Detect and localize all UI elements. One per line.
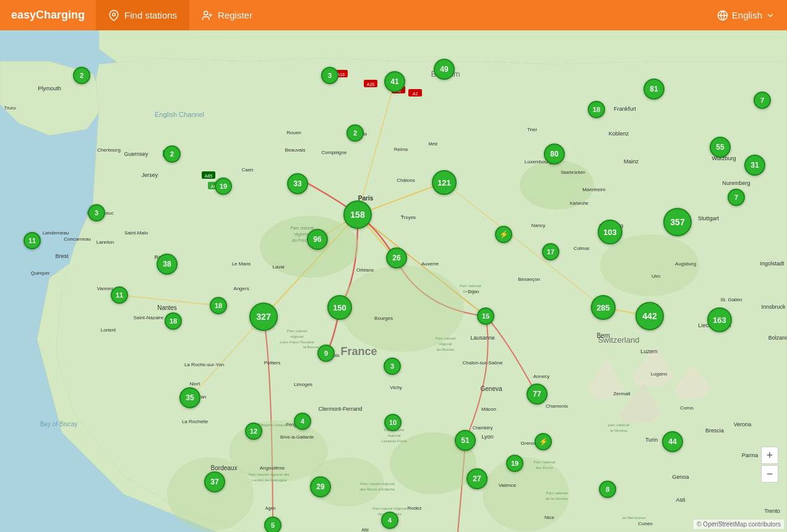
cluster-marker[interactable]: 285 [591,295,616,320]
svg-text:de forêts: de forêts [463,290,477,293]
cluster-marker[interactable]: 5 [264,517,282,532]
cluster-marker[interactable]: 96 [307,229,328,250]
cluster-marker[interactable]: 11 [111,286,128,304]
cluster-marker[interactable]: 8 [599,481,616,498]
svg-text:Mâcon: Mâcon [481,406,496,412]
cluster-marker[interactable]: 18 [165,312,182,330]
svg-text:Besançon: Besançon [518,277,540,282]
cluster-marker[interactable]: 2 [73,67,90,84]
svg-text:Turin: Turin [645,437,658,443]
cluster-marker[interactable]: 27 [467,468,488,489]
svg-text:Como: Como [680,405,694,411]
cluster-marker[interactable]: 3 [88,204,105,221]
cluster-marker[interactable]: 49 [434,59,455,80]
svg-text:Beauvais: Beauvais [285,147,306,153]
zoom-out-button[interactable]: − [761,465,778,483]
register-button[interactable]: Register [189,0,265,30]
cluster-marker[interactable]: 44 [662,431,683,452]
svg-text:Ulm: Ulm [652,273,661,279]
svg-text:Parc naturel régional des: Parc naturel régional des [249,473,290,476]
cluster-marker[interactable]: 77 [527,384,548,405]
cluster-marker[interactable]: 55 [710,137,731,158]
globe-icon [717,10,728,21]
map[interactable]: France Belgium Switzerland English Chann… [0,30,787,532]
cluster-marker[interactable]: 11 [24,232,41,249]
cluster-marker[interactable]: 3 [321,67,338,84]
svg-text:Bern: Bern [596,332,609,339]
cluster-marker[interactable]: 15 [477,307,494,325]
svg-text:Saint-Malo: Saint-Malo [124,230,148,236]
svg-text:Compiègne: Compiègne [322,150,347,155]
svg-text:Cherbourg: Cherbourg [97,147,121,153]
cluster-marker[interactable]: 17 [542,243,559,260]
svg-text:Lugano: Lugano [651,371,668,377]
cluster-marker[interactable]: 4 [381,512,398,529]
svg-text:Brive-la-Gaillarde: Brive-la-Gaillarde [280,435,314,439]
cluster-marker[interactable]: 121 [432,170,457,195]
svg-text:Asti: Asti [676,497,685,503]
svg-text:Chamonix: Chamonix [546,403,568,409]
cluster-marker[interactable]: 327 [249,302,278,331]
cluster-marker[interactable]: 31 [744,155,765,176]
cluster-marker[interactable]: 163 [707,307,732,332]
cluster-marker[interactable]: 35 [179,387,200,408]
svg-text:Bay of Biscay: Bay of Biscay [40,421,78,427]
svg-text:Luzern: Luzern [640,348,658,354]
svg-text:A2: A2 [413,92,418,96]
cluster-marker[interactable]: 81 [643,79,664,100]
svg-text:Innsbruck: Innsbruck [761,304,786,310]
svg-text:Lorient: Lorient [101,327,116,333]
svg-text:Parc naturel: Parc naturel [290,226,314,230]
chevron-down-icon [766,11,775,20]
cluster-marker[interactable]: 103 [598,220,622,244]
svg-point-0 [113,13,116,16]
cluster-marker[interactable]: 26 [386,247,407,268]
svg-text:Metz: Metz [428,142,438,146]
cluster-marker[interactable]: 4 [294,413,311,430]
cluster-marker[interactable]: 7 [728,189,745,206]
svg-text:parc national: parc national [608,423,629,427]
register-label: Register [218,10,252,20]
svg-text:Parc naturel régional: Parc naturel régional [360,482,394,486]
cluster-marker[interactable]: 3 [384,358,401,375]
cluster-marker[interactable]: 10 [384,414,402,431]
cluster-marker[interactable]: 51 [455,430,476,451]
cluster-marker[interactable] [495,226,512,243]
cluster-marker[interactable]: 19 [215,178,232,195]
map-background: France Belgium Switzerland English Chann… [0,30,787,532]
cluster-marker[interactable]: 41 [384,71,405,92]
cluster-marker[interactable]: 357 [663,208,692,236]
cluster-marker[interactable]: 2 [346,124,364,142]
cluster-marker[interactable]: 37 [204,471,225,492]
cluster-marker[interactable]: 158 [343,200,372,229]
cluster-marker[interactable]: 19 [506,455,523,472]
cluster-marker[interactable]: 80 [544,144,565,165]
cluster-marker[interactable]: 150 [327,295,352,320]
cluster-marker[interactable]: 9 [317,345,335,362]
svg-text:des Monts d'Ardèche: des Monts d'Ardèche [360,487,395,491]
cluster-marker[interactable]: 33 [287,173,308,194]
zoom-in-button[interactable]: + [761,447,778,464]
cluster-marker[interactable] [535,433,552,450]
svg-text:Rodez: Rodez [407,505,421,511]
svg-text:régional: régional [439,342,452,346]
find-stations-button[interactable]: Find stations [96,0,189,30]
svg-text:English Channel: English Channel [155,111,204,118]
cluster-marker[interactable]: 442 [635,302,664,330]
cluster-marker[interactable]: 38 [157,254,178,275]
language-selector[interactable]: English [705,10,787,21]
cluster-marker[interactable]: 18 [588,101,605,118]
cluster-marker[interactable]: 29 [310,476,331,497]
svg-text:Zermatt: Zermatt [613,391,630,397]
cluster-marker[interactable]: 12 [245,423,262,440]
svg-text:Plymouth: Plymouth [38,85,61,92]
svg-text:Cuneo: Cuneo [638,521,653,526]
cluster-marker[interactable]: 2 [163,145,181,163]
svg-text:du Morvan: du Morvan [437,348,454,351]
svg-text:de la Vanoise: de la Vanoise [546,497,569,500]
cluster-marker[interactable]: 18 [210,297,227,314]
svg-text:Brest: Brest [55,253,69,259]
cluster-marker[interactable]: 7 [754,92,771,109]
svg-text:Frankfurt: Frankfurt [614,106,637,112]
svg-text:Verona: Verona [734,421,752,427]
